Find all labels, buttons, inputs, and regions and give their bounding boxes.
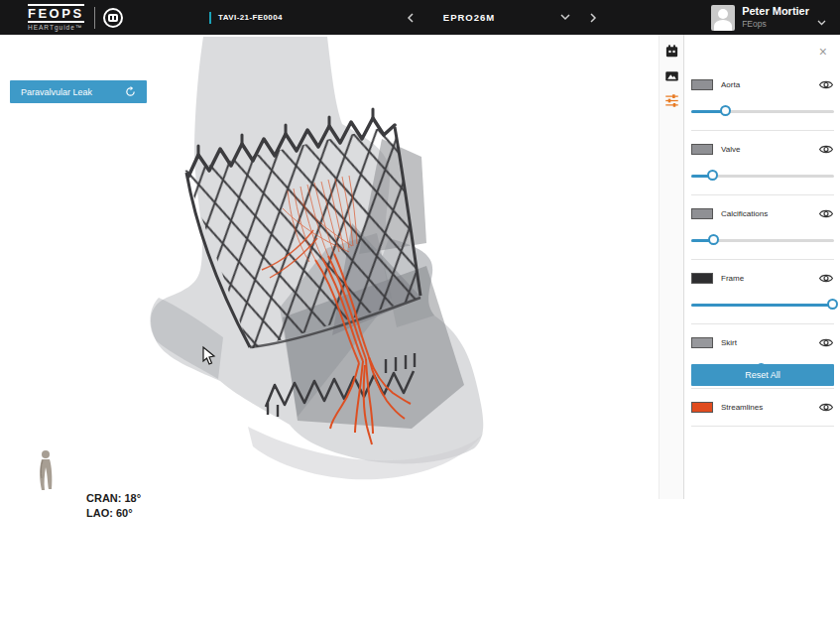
brand-separator xyxy=(94,7,95,29)
layer-label: Calcifications xyxy=(721,209,819,218)
skirt-color-swatch xyxy=(691,337,713,348)
snapshot-image-icon[interactable] xyxy=(661,65,681,85)
user-org: FEops xyxy=(742,19,809,30)
eye-visibility-icon[interactable] xyxy=(819,401,834,413)
calendar-icon[interactable] xyxy=(661,41,681,61)
calcifications-color-swatch xyxy=(691,208,713,219)
layer-label: Streamlines xyxy=(721,403,819,412)
user-menu[interactable]: Peter Mortier FEops xyxy=(711,0,826,35)
layers-panel: × Aorta Valve xyxy=(686,35,840,499)
heartguide-logo-icon xyxy=(103,8,123,28)
layer-label: Aorta xyxy=(721,80,819,89)
aorta-opacity-slider[interactable] xyxy=(691,105,834,118)
orientation-lao: LAO: 60° xyxy=(86,507,133,519)
user-name: Peter Mortier xyxy=(742,5,809,19)
eye-visibility-icon[interactable] xyxy=(819,143,834,155)
layer-row-frame: Frame xyxy=(691,260,834,324)
paravalvular-leak-label: Paravalvular Leak xyxy=(21,87,92,97)
case-id: TAVI-21-FE0004 xyxy=(218,13,283,22)
side-toolbar xyxy=(659,35,684,499)
case-accent-bar xyxy=(209,12,211,24)
eye-visibility-icon[interactable] xyxy=(819,272,834,284)
layer-row-aorta: Aorta xyxy=(691,66,834,131)
paravalvular-leak-button[interactable]: Paravalvular Leak xyxy=(10,80,147,103)
anatomy-scene xyxy=(0,35,659,630)
layer-label: Valve xyxy=(721,145,819,154)
eye-visibility-icon[interactable] xyxy=(819,78,834,90)
orientation-cran: CRAN: 18° xyxy=(86,492,141,504)
brand-title: FEOPS xyxy=(28,4,84,23)
frame-opacity-slider[interactable] xyxy=(691,299,834,312)
user-avatar xyxy=(711,5,735,31)
layer-row-calcifications: Calcifications xyxy=(691,195,834,260)
user-menu-caret-icon xyxy=(817,12,826,30)
valve-opacity-slider[interactable] xyxy=(691,170,834,183)
layer-row-streamlines: Streamlines xyxy=(691,389,834,427)
aorta-color-swatch xyxy=(691,79,713,90)
valve-color-swatch xyxy=(691,144,713,155)
calcifications-opacity-slider[interactable] xyxy=(691,234,834,247)
brand-text: FEOPS HEARTguide™ xyxy=(28,4,84,32)
brand-logo: FEOPS HEARTguide™ xyxy=(28,4,123,32)
prev-device-button[interactable] xyxy=(400,7,421,29)
reset-all-button[interactable]: Reset All xyxy=(691,364,834,386)
device-navigator: EPRO26M xyxy=(400,0,604,35)
layer-row-valve: Valve xyxy=(691,131,834,195)
top-bar: FEOPS HEARTguide™ TAVI-21-FE0004 EPRO26M xyxy=(0,0,840,35)
streamlines-color-swatch xyxy=(691,402,713,413)
eye-visibility-icon[interactable] xyxy=(819,207,834,219)
refresh-icon xyxy=(125,86,136,97)
close-panel-button[interactable]: × xyxy=(819,45,827,59)
layer-settings-sliders-icon[interactable] xyxy=(661,90,681,110)
viewport-3d[interactable]: Paravalvular Leak CRAN: 18° LAO: 60° xyxy=(0,35,659,630)
next-device-button[interactable] xyxy=(582,7,604,29)
frame-color-swatch xyxy=(691,273,713,284)
heartguide-app: FEOPS HEARTguide™ TAVI-21-FE0004 EPRO26M xyxy=(0,0,840,630)
eye-visibility-icon[interactable] xyxy=(819,336,834,348)
device-dropdown-caret[interactable] xyxy=(554,7,576,29)
brand-subtitle: HEARTguide™ xyxy=(28,25,84,32)
case-id-block: TAVI-21-FE0004 xyxy=(209,0,283,35)
orientation-figure xyxy=(40,450,52,490)
layer-label: Frame xyxy=(721,274,819,283)
device-name[interactable]: EPRO26M xyxy=(421,12,517,23)
layer-label: Skirt xyxy=(721,338,819,347)
